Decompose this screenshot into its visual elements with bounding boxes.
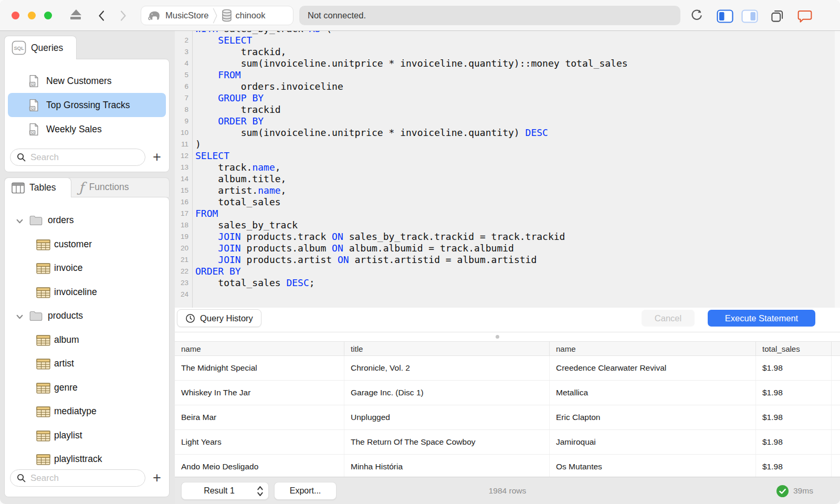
code-line[interactable]: sum(invoiceline.unitprice * invoiceline.… (195, 58, 628, 69)
results-cell[interactable]: Light Years (175, 430, 344, 454)
results-cell[interactable]: $1.98 (756, 381, 832, 405)
results-cell[interactable]: Jamiroquai (550, 430, 756, 454)
query-search-field[interactable] (10, 149, 145, 166)
code-line[interactable]: FROM (195, 69, 628, 81)
execute-statement-button[interactable]: Execute Statement (708, 310, 815, 327)
tree-row-genre[interactable]: genre (5, 376, 169, 401)
results-row[interactable]: Whiskey In The JarGarage Inc. (Disc 1)Me… (175, 381, 840, 405)
results-cell[interactable]: $1.98 (756, 455, 832, 477)
code-line[interactable]: artist.name, (195, 185, 628, 196)
results-cell[interactable]: $1.98 (756, 405, 832, 429)
code-line[interactable]: ORDER BY (195, 116, 628, 127)
splitter-handle[interactable] (496, 335, 499, 339)
code-line[interactable]: track.name, (195, 162, 628, 173)
code-line[interactable]: JOIN products.track ON sales_by_track.tr… (195, 231, 628, 243)
toggle-right-sidebar-button[interactable] (741, 9, 759, 23)
results-row[interactable]: The Midnight SpecialChronicle, Vol. 2Cre… (175, 356, 840, 381)
table-search-input[interactable] (30, 473, 130, 484)
results-cell[interactable]: Os Mutantes (550, 455, 756, 477)
tree-row-playlist[interactable]: playlist (5, 424, 169, 448)
code-line[interactable]: orders.invoiceline (195, 81, 628, 92)
tree-row-mediatype[interactable]: mediatype (5, 400, 169, 424)
add-query-button[interactable]: + (148, 148, 166, 166)
refresh-button[interactable] (689, 8, 704, 23)
back-button[interactable] (98, 10, 105, 22)
tree-row-invoice[interactable]: invoice (5, 257, 169, 281)
breadcrumb-database[interactable]: chinook (236, 10, 266, 20)
tab-functions[interactable]: ƒ Functions (79, 177, 163, 197)
column-header-title[interactable]: title (344, 342, 550, 355)
query-list-item[interactable]: SQLNew Customers (8, 69, 166, 93)
tree-row-products[interactable]: products (5, 304, 169, 329)
code-line[interactable]: ) (195, 139, 628, 150)
results-row[interactable]: Light YearsThe Return Of The Space Cowbo… (175, 430, 840, 455)
results-cell[interactable]: Ando Meio Desligado (175, 455, 344, 477)
feedback-button[interactable] (796, 8, 813, 23)
disconnect-eject-button[interactable] (70, 9, 82, 19)
forward-button[interactable] (120, 10, 127, 22)
code-line[interactable]: album.title, (195, 173, 628, 185)
code-line[interactable]: FROM (195, 208, 628, 219)
code-line[interactable]: SELECT (195, 150, 628, 162)
code-line[interactable]: JOIN products.album ON album.albumid = t… (195, 243, 628, 254)
results-cell[interactable]: $1.98 (756, 430, 832, 454)
tree-row-playlisttrack[interactable]: playlisttrack (5, 448, 169, 472)
result-selector[interactable]: Result 1 (181, 482, 269, 500)
results-cell[interactable]: Chronicle, Vol. 2 (344, 356, 550, 380)
code-line[interactable]: trackid (195, 104, 628, 116)
results-cell[interactable]: Garage Inc. (Disc 1) (344, 381, 550, 405)
code-line[interactable]: total_sales DESC; (195, 277, 628, 289)
tree-row-orders[interactable]: orders (5, 209, 169, 233)
code-line[interactable]: trackid, (195, 46, 628, 58)
query-list-item[interactable]: SQLTop Grossing Tracks (8, 93, 166, 117)
add-table-button[interactable]: + (148, 468, 166, 487)
code-line[interactable]: ORDER BY (195, 266, 628, 277)
tab-tables[interactable]: Tables (4, 177, 71, 197)
cancel-button[interactable]: Cancel (642, 310, 695, 327)
results-cell[interactable]: Metallica (550, 381, 756, 405)
close-window-button[interactable] (12, 12, 19, 19)
code-line[interactable]: WITH sales_by_track AS ( (195, 31, 628, 35)
tree-row-artist[interactable]: artist (5, 352, 169, 376)
chevron-down-icon[interactable] (16, 314, 23, 319)
breadcrumb-server[interactable]: MusicStore (165, 10, 209, 20)
results-cell[interactable]: The Return Of The Space Cowboy (344, 430, 550, 454)
tab-queries[interactable]: SQL Queries (4, 36, 77, 59)
pane-splitter[interactable] (175, 332, 840, 341)
query-search-input[interactable] (30, 152, 130, 163)
query-list-item[interactable]: SQLWeekly Sales (8, 117, 166, 141)
code-line[interactable]: sales_by_track (195, 219, 628, 231)
results-cell[interactable]: Whiskey In The Jar (175, 381, 344, 405)
code-line[interactable]: total_sales (195, 196, 628, 208)
tree-row-album[interactable]: album (5, 329, 169, 353)
windows-button[interactable] (769, 8, 785, 23)
results-cell[interactable]: Beira Mar (175, 405, 344, 429)
tree-row-invoiceline[interactable]: invoiceline (5, 281, 169, 305)
chevron-down-icon[interactable] (16, 219, 23, 224)
code-line[interactable] (195, 289, 628, 300)
results-cell[interactable]: The Midnight Special (175, 356, 344, 380)
results-cell[interactable]: Creedence Clearwater Revival (550, 356, 756, 380)
query-history-button[interactable]: Query History (177, 309, 261, 327)
column-header-name[interactable]: name (175, 342, 344, 355)
results-row[interactable]: Ando Meio DesligadoMinha HistóriaOs Muta… (175, 455, 840, 477)
zoom-window-button[interactable] (44, 12, 52, 19)
results-cell[interactable]: Unplugged (344, 405, 550, 429)
code-line[interactable]: SELECT (195, 35, 628, 46)
sql-editor[interactable]: 123456789101112131415161718192021222324 … (175, 31, 840, 308)
code-line[interactable]: sum(invoiceline.unitprice * invoiceline.… (195, 127, 628, 139)
results-cell[interactable]: Minha História (344, 455, 550, 477)
sql-code[interactable]: WITH sales_by_track AS ( SELECT trackid,… (195, 31, 628, 300)
column-header-name[interactable]: name (550, 342, 756, 355)
code-line[interactable]: JOIN products.artist ON artist.artistid … (195, 254, 628, 266)
table-search-field[interactable] (10, 469, 145, 487)
results-cell[interactable]: $1.98 (756, 356, 832, 380)
column-header-total_sales[interactable]: total_sales (756, 342, 832, 355)
tree-row-customer[interactable]: customer (5, 233, 169, 257)
toggle-left-sidebar-button[interactable] (716, 9, 734, 23)
minimize-window-button[interactable] (28, 12, 36, 19)
export-button[interactable]: Export... (274, 482, 337, 500)
results-row[interactable]: Beira MarUnpluggedEric Clapton$1.98 (175, 405, 840, 430)
results-cell[interactable]: Eric Clapton (550, 405, 756, 429)
editor-scrollbar-track[interactable] (835, 31, 840, 308)
